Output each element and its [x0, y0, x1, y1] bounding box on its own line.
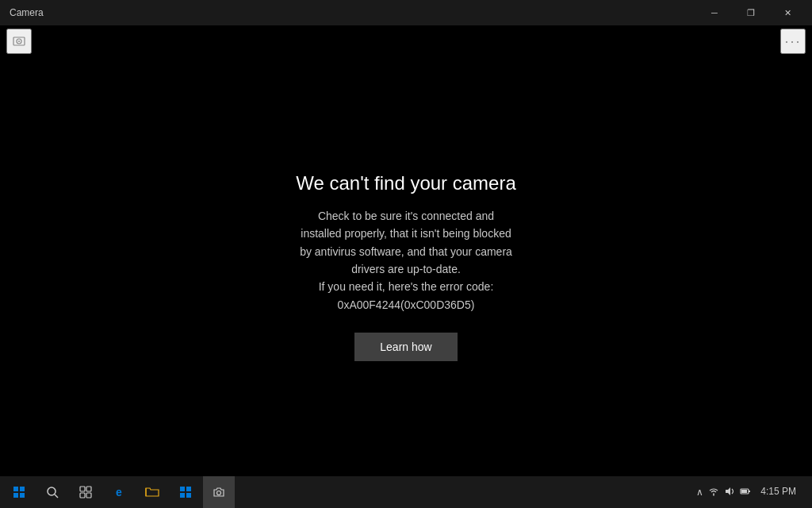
learn-how-button[interactable]: Learn how [354, 333, 458, 361]
svg-point-17 [217, 491, 221, 495]
svg-rect-3 [13, 487, 18, 491]
tray-expand-icon[interactable]: ∧ [696, 487, 703, 498]
svg-rect-11 [80, 493, 85, 498]
system-tray: ∧ [696, 486, 751, 499]
camera-taskbar-icon [213, 486, 225, 498]
start-button[interactable] [3, 476, 35, 508]
main-content: We can't find your camera Check to be su… [0, 57, 812, 476]
error-desc-line5: If you need it, here's the error code: [319, 280, 494, 293]
svg-point-7 [48, 487, 56, 495]
svg-rect-5 [13, 493, 18, 498]
edge-button[interactable]: e [103, 476, 135, 508]
taskbar-right: ∧ 4:15 [696, 486, 809, 499]
battery-status-icon [740, 486, 751, 497]
restore-button[interactable]: ❐ [733, 0, 769, 25]
error-title: We can't find your camera [296, 172, 516, 194]
store-button[interactable] [170, 476, 201, 508]
task-view-icon [79, 486, 92, 498]
error-code: 0xA00F4244(0xC00D36D5) [338, 298, 475, 311]
svg-rect-9 [80, 487, 85, 491]
taskbar: e ∧ [0, 476, 812, 508]
svg-rect-16 [186, 493, 191, 498]
battery-icon[interactable] [740, 486, 751, 499]
wifi-icon[interactable] [708, 486, 719, 499]
error-desc-line2: installed properly, that it isn't being … [301, 227, 511, 240]
explorer-button[interactable] [136, 476, 168, 508]
volume-icon[interactable] [724, 486, 735, 499]
close-button[interactable]: ✕ [769, 0, 806, 25]
error-desc-line1: Check to be sure it's connected and [318, 210, 494, 222]
svg-rect-12 [86, 493, 91, 498]
svg-rect-20 [749, 491, 750, 492]
error-desc-line4: drivers are up-to-date. [351, 263, 461, 275]
svg-rect-15 [180, 493, 185, 498]
error-desc-line3: by antivirus software, and that your cam… [300, 245, 512, 258]
error-description: Check to be sure it's connected and inst… [300, 207, 512, 314]
volume-signal-icon [724, 486, 735, 497]
search-button[interactable] [36, 476, 68, 508]
titlebar: Camera ─ ❐ ✕ [0, 0, 812, 25]
camera-roll-button[interactable] [6, 29, 32, 54]
app-title: Camera [10, 7, 44, 18]
camera-app-button[interactable] [203, 476, 235, 508]
minimize-button[interactable]: ─ [696, 0, 733, 25]
camera-roll-icon [13, 35, 25, 48]
svg-rect-10 [86, 487, 91, 491]
search-icon [46, 486, 59, 498]
svg-rect-13 [180, 487, 185, 491]
store-icon [179, 486, 192, 498]
start-icon [13, 486, 25, 498]
svg-line-8 [55, 495, 58, 498]
svg-rect-19 [741, 490, 747, 493]
svg-rect-14 [186, 487, 191, 491]
taskbar-left: e [3, 476, 235, 508]
task-view-button[interactable] [70, 476, 102, 508]
explorer-icon [145, 486, 159, 498]
svg-rect-6 [20, 493, 25, 498]
svg-rect-4 [20, 487, 25, 491]
wifi-signal-icon [708, 486, 719, 497]
clock-display[interactable]: 4:15 PM [754, 486, 802, 498]
app-toolbar: ··· [0, 25, 812, 57]
window-controls: ─ ❐ ✕ [696, 0, 806, 25]
svg-point-2 [18, 40, 20, 42]
more-options-button[interactable]: ··· [780, 29, 806, 54]
